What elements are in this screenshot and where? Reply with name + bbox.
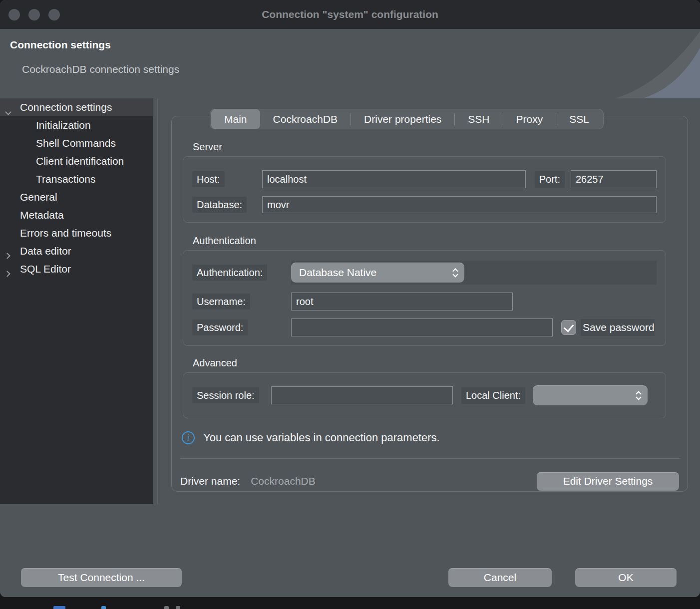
port-input[interactable] xyxy=(571,170,657,188)
sidebar-item-data-editor[interactable]: Data editor xyxy=(0,242,153,260)
server-group-label: Server xyxy=(193,141,688,153)
main-tab-panel: Server Host: Port: Database: Authenticat… xyxy=(171,116,688,492)
authentication-label: Authentication: xyxy=(192,265,267,281)
tab-driver-properties[interactable]: Driver properties xyxy=(351,109,454,129)
tab-ssl[interactable]: SSL xyxy=(556,109,602,129)
database-input[interactable] xyxy=(262,196,657,213)
sidebar-item-metadata[interactable]: Metadata xyxy=(0,206,153,224)
panel-separator xyxy=(180,458,680,459)
host-label: Host: xyxy=(192,171,225,187)
chevron-up-down-icon xyxy=(637,392,641,399)
window-controls xyxy=(8,9,60,20)
chevron-down-icon[interactable] xyxy=(6,105,11,110)
local-client-select[interactable] xyxy=(533,385,648,405)
sidebar-item-initialization[interactable]: Initialization xyxy=(0,116,153,134)
save-password-label: Save password xyxy=(581,319,655,336)
settings-tree: Connection settings Initialization Shell… xyxy=(0,98,153,504)
save-password-checkbox[interactable] xyxy=(561,320,576,335)
local-client-label: Local Client: xyxy=(461,387,525,404)
page-subtitle: CockroachDB connection settings xyxy=(22,63,179,75)
test-connection-button[interactable]: Test Connection ... xyxy=(21,568,182,587)
sidebar-item-transactions[interactable]: Transactions xyxy=(0,170,153,188)
chevron-right-icon[interactable] xyxy=(6,249,11,254)
decorative-swoosh xyxy=(615,29,700,98)
advanced-group-label: Advanced xyxy=(193,357,688,369)
dialog-footer: Test Connection ... Cancel OK xyxy=(0,504,700,597)
session-role-input[interactable] xyxy=(271,386,453,404)
dock-icon-fragment xyxy=(101,606,106,609)
driver-name-label: Driver name: xyxy=(180,475,240,487)
tab-cockroachdb[interactable]: CockroachDB xyxy=(260,109,351,129)
minimize-window-button[interactable] xyxy=(28,9,40,20)
sidebar-item-general[interactable]: General xyxy=(0,188,153,206)
sidebar-item-sql-editor[interactable]: SQL Editor xyxy=(0,260,153,278)
sidebar-item-shell-commands[interactable]: Shell Commands xyxy=(0,134,153,152)
main-settings-area: Main CockroachDB Driver properties SSH P… xyxy=(160,98,700,504)
tab-main[interactable]: Main xyxy=(211,109,260,129)
maximize-window-button[interactable] xyxy=(48,9,60,20)
advanced-group: Session role: Local Client: xyxy=(183,372,666,418)
tab-ssh[interactable]: SSH xyxy=(455,109,502,129)
page-title: Connection settings xyxy=(10,39,111,51)
ok-button[interactable]: OK xyxy=(575,568,677,587)
connection-tabs: Main CockroachDB Driver properties SSH P… xyxy=(210,109,604,129)
window-title: Connection "system" configuration xyxy=(0,8,700,20)
password-input[interactable] xyxy=(291,318,553,336)
dialog-header: Connection settings CockroachDB connecti… xyxy=(0,29,700,98)
dock-icon-fragment xyxy=(53,606,65,609)
chevron-right-icon[interactable] xyxy=(6,267,11,272)
info-icon: i xyxy=(182,431,195,444)
driver-name-value: CockroachDB xyxy=(251,475,316,487)
desktop-background-strip xyxy=(0,597,700,609)
password-label: Password: xyxy=(192,319,248,335)
cancel-button[interactable]: Cancel xyxy=(448,568,552,587)
sidebar-item-errors-and-timeouts[interactable]: Errors and timeouts xyxy=(0,224,153,242)
server-group: Host: Port: Database: xyxy=(183,156,666,223)
title-bar: Connection "system" configuration xyxy=(0,0,700,29)
variables-hint: i You can use variables in connection pa… xyxy=(182,431,688,444)
connection-config-dialog: Connection "system" configuration Connec… xyxy=(0,0,700,597)
authentication-group: Authentication: Database Native Username… xyxy=(183,250,666,346)
database-label: Database: xyxy=(192,197,247,213)
chevron-up-down-icon xyxy=(453,269,457,277)
edit-driver-settings-button[interactable]: Edit Driver Settings xyxy=(537,472,679,491)
tab-proxy[interactable]: Proxy xyxy=(503,109,556,129)
authentication-select[interactable]: Database Native xyxy=(291,263,464,283)
sidebar-item-connection-settings[interactable]: Connection settings xyxy=(0,98,153,116)
sidebar-resize-handle[interactable] xyxy=(157,98,158,504)
close-window-button[interactable] xyxy=(8,9,20,20)
session-role-label: Session role: xyxy=(192,387,259,403)
username-input[interactable] xyxy=(291,293,513,310)
dock-icon-fragment xyxy=(164,606,169,609)
host-input[interactable] xyxy=(262,170,526,188)
dock-icon-fragment xyxy=(176,606,180,609)
sidebar-item-client-identification[interactable]: Client identification xyxy=(0,152,153,170)
authentication-field-band: Database Native xyxy=(291,261,657,285)
username-label: Username: xyxy=(192,294,250,309)
authentication-group-label: Authentication xyxy=(193,235,688,247)
port-label: Port: xyxy=(535,171,565,188)
